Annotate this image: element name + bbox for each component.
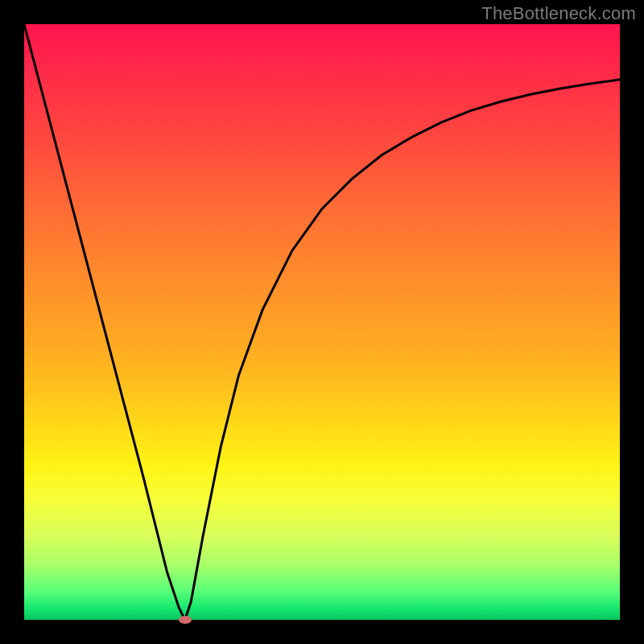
watermark-text: TheBottleneck.com (481, 3, 636, 24)
plot-area (24, 24, 620, 620)
minimum-marker (179, 616, 192, 624)
gradient-background (24, 24, 620, 620)
